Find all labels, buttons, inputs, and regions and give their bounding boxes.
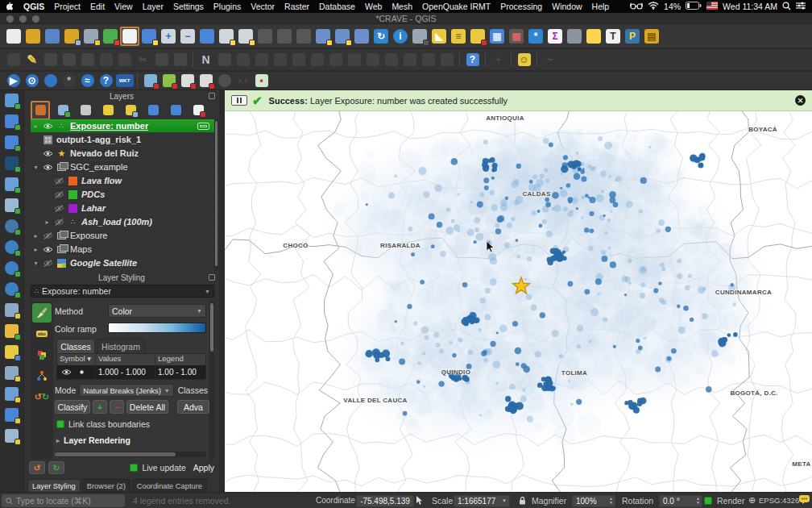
- zoom-full-button[interactable]: [197, 27, 217, 46]
- remove-layer-button[interactable]: [188, 101, 208, 120]
- new-temporary-scratch-layer-button[interactable]: [5, 366, 19, 380]
- lock-scale-icon[interactable]: [519, 496, 526, 506]
- layers-panel-detach-icon[interactable]: [209, 93, 215, 99]
- menu-processing[interactable]: Processing: [495, 2, 547, 11]
- processing-gear-button[interactable]: *: [60, 73, 78, 90]
- zoom-to-points-2-button[interactable]: [197, 73, 215, 90]
- scale-select[interactable]: 1:1665177▼: [454, 495, 510, 507]
- filter-legend-button[interactable]: [98, 101, 118, 120]
- add-delimited-text-layer-button[interactable]: [5, 156, 19, 170]
- show-bookmarks-button[interactable]: [333, 27, 352, 46]
- menu-vector[interactable]: Vector: [246, 2, 280, 11]
- battery-icon[interactable]: [686, 2, 702, 11]
- add-group-button[interactable]: [53, 101, 72, 120]
- current-edits-button[interactable]: [4, 52, 23, 69]
- advanced-button[interactable]: Adva: [177, 400, 209, 414]
- layer-item-output-1-agg-risk-1[interactable]: output-1-agg_risk_1: [31, 133, 214, 147]
- panel-tab-layer-styling[interactable]: Layer Styling: [27, 479, 81, 492]
- layer-item-sgc-example[interactable]: ▾SGC_example: [31, 160, 214, 174]
- new-project-button[interactable]: [4, 27, 23, 46]
- tab-diagrams[interactable]: [32, 366, 52, 385]
- deselect-all-button[interactable]: ≡: [449, 27, 468, 46]
- add-wcs-layer-button[interactable]: [5, 282, 19, 296]
- menu-help[interactable]: Help: [587, 2, 615, 11]
- add-geopackage-layer-button[interactable]: [5, 177, 19, 191]
- expand-icon[interactable]: ▸: [31, 232, 41, 239]
- undo-style-button[interactable]: ↺: [29, 461, 45, 474]
- fill-ring-button[interactable]: [308, 52, 326, 69]
- coordinate-capture-button[interactable]: +: [489, 52, 508, 69]
- add-shapefile-layer-button[interactable]: [5, 198, 19, 212]
- layer-item-lahar[interactable]: Lahar: [31, 202, 214, 215]
- zoom-next-button[interactable]: [294, 27, 313, 46]
- split-features-button[interactable]: [363, 52, 382, 69]
- visibility-eye-icon[interactable]: [41, 150, 55, 157]
- log-messages-icon[interactable]: [799, 495, 810, 506]
- new-shapefile-layer-button[interactable]: [5, 408, 19, 422]
- cut-features-button[interactable]: ✂: [134, 52, 152, 69]
- rotation-input[interactable]: 0.0 °▲▼: [659, 495, 702, 507]
- col-symbol[interactable]: Symbol ▾: [57, 354, 96, 365]
- layers-tree-scrollbar[interactable]: [214, 119, 218, 271]
- map-canvas[interactable]: ✔ Success: Layer Exposure: number was cr…: [225, 90, 812, 492]
- spotlight-search-icon[interactable]: [782, 2, 791, 12]
- project-properties-button[interactable]: [81, 27, 101, 46]
- expand-icon[interactable]: ▾: [31, 260, 41, 267]
- styling-hscrollbar[interactable]: [55, 452, 206, 457]
- wkt-plugin-button[interactable]: WKT: [115, 73, 134, 90]
- archive-manager-button[interactable]: ▤: [642, 27, 661, 46]
- mode-select[interactable]: Natural Breaks (Jenks)▼: [79, 384, 173, 397]
- visibility-eye-icon[interactable]: [41, 164, 55, 171]
- xy-tools-button[interactable]: X,Y: [234, 73, 252, 90]
- visibility-eye-icon[interactable]: [41, 260, 55, 267]
- tab-histogram[interactable]: Histogram: [97, 339, 145, 353]
- layer-rendering-expand-icon[interactable]: ▸: [56, 437, 60, 444]
- options-gear-button[interactable]: *: [526, 27, 545, 46]
- locate-input[interactable]: Type to locate (⌘K): [2, 494, 125, 507]
- move-feature-button[interactable]: [215, 52, 234, 69]
- layer-item-exposure-number[interactable]: ▸∴Exposure: number: [31, 119, 214, 133]
- menu-qgis[interactable]: QGIS: [19, 2, 49, 11]
- add-vector-layer-button[interactable]: [5, 115, 19, 128]
- add-ring-button[interactable]: [271, 52, 289, 69]
- message-panel-icon[interactable]: [231, 95, 247, 106]
- crs-label[interactable]: EPSG:4326: [759, 496, 799, 505]
- trim-extend-button[interactable]: [437, 52, 456, 69]
- zoom-to-selection-button[interactable]: [217, 27, 236, 46]
- control-center-icon[interactable]: [796, 2, 806, 11]
- copy-features-button[interactable]: [152, 52, 171, 69]
- merge-features-button[interactable]: [382, 52, 400, 69]
- expand-icon[interactable]: ▸: [31, 246, 41, 253]
- paste-features-button[interactable]: [171, 52, 189, 69]
- temporal-controller-button[interactable]: ⊙: [23, 73, 41, 90]
- method-select[interactable]: Color▼: [108, 304, 206, 318]
- pan-to-selection-button[interactable]: [139, 27, 159, 46]
- col-values[interactable]: Values: [96, 354, 155, 365]
- layer-item-pdcs[interactable]: PDCs: [31, 188, 214, 202]
- tab-labels[interactable]: abc: [32, 324, 52, 344]
- filter-by-expression-button[interactable]: [121, 101, 140, 120]
- menu-window[interactable]: Window: [547, 2, 586, 11]
- zoom-last-button[interactable]: [275, 27, 294, 46]
- vertex-tool-button[interactable]: [78, 52, 97, 69]
- tab-symbology[interactable]: [32, 303, 52, 323]
- visibility-eye-icon[interactable]: [52, 191, 66, 198]
- tab-classes[interactable]: Classes: [56, 339, 95, 353]
- save-project-as-button[interactable]: [62, 27, 81, 46]
- quickmap-services-button[interactable]: [5, 345, 19, 359]
- expand-icon[interactable]: ▸: [31, 123, 41, 130]
- menu-raster[interactable]: Raster: [280, 2, 314, 11]
- redo-style-button[interactable]: ↻: [48, 461, 64, 474]
- zoom-out-button[interactable]: −: [178, 27, 197, 46]
- toggle-editing-button[interactable]: ✎: [23, 52, 41, 69]
- menu-plugins[interactable]: Plugins: [209, 2, 246, 11]
- zoom-native-button[interactable]: [255, 27, 275, 46]
- visibility-eye-icon[interactable]: [41, 232, 55, 239]
- add-wfs-layer-button[interactable]: [5, 261, 19, 275]
- message-close-button[interactable]: ✕: [795, 95, 806, 106]
- expand-all-button[interactable]: [143, 101, 163, 120]
- python-console-button[interactable]: P: [623, 27, 642, 46]
- visibility-eye-icon[interactable]: [52, 205, 66, 212]
- open-layer-styling-button[interactable]: [31, 101, 50, 120]
- render-checkbox[interactable]: [704, 497, 712, 506]
